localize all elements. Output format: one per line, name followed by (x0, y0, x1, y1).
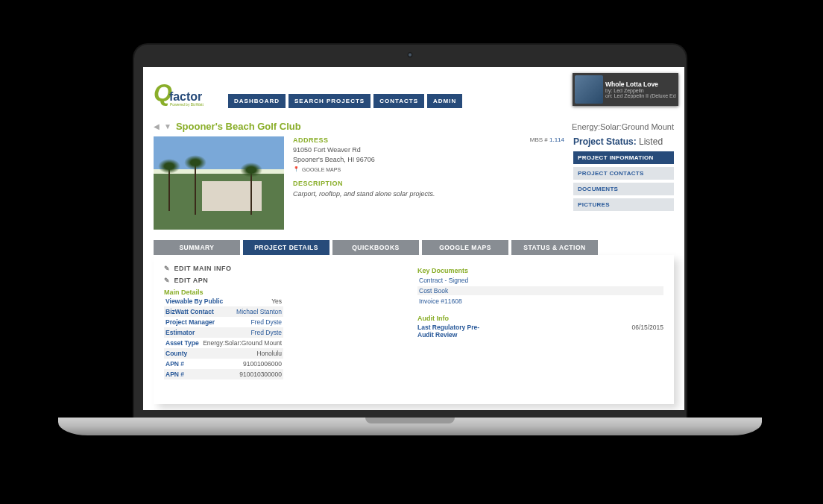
laptop-notch (365, 418, 455, 423)
doc-link[interactable]: Cost Book (417, 286, 663, 295)
doc-link[interactable]: Invoice #11608 (417, 297, 663, 306)
project-title: Spooner's Beach Golf Club (176, 121, 301, 132)
kv-key: County (165, 350, 187, 357)
mbs-number: MBS # 1.114 (530, 136, 564, 143)
kv-val-link[interactable]: Fred Dyste (250, 318, 282, 326)
project-info: MBS # 1.114 ADDRESS 91050 Fort Weaver Rd… (293, 136, 564, 230)
kv-key: BizWatt Contact (165, 308, 214, 315)
logo[interactable]: Qfactor Powered by BizWatt (154, 84, 213, 113)
kv-key: Viewable By Public (165, 297, 223, 305)
tab-status-action[interactable]: STATUS & ACTION (511, 240, 598, 255)
tab-summary[interactable]: SUMMARY (154, 240, 240, 255)
audit-row: Last Regulatory Pre-Audit Review 06/15/2… (417, 324, 663, 338)
description-heading: DESCRIPTION (293, 180, 564, 187)
audit-value: 06/15/2015 (631, 324, 663, 338)
app-screen: Welcome Fred D Qfactor Powered by BizWat… (143, 67, 684, 410)
kv-val-link[interactable]: Michael Stanton (236, 308, 282, 315)
kv-key: APN # (165, 360, 184, 368)
address-heading: ADDRESS (293, 136, 564, 144)
np-album: on: Led Zeppelin II (Deluxe Ed (605, 93, 678, 98)
key-documents-heading: Key Documents (417, 267, 663, 274)
kv-val: Energy:Solar:Ground Mount (203, 339, 282, 347)
edit-apn[interactable]: ✎ EDIT APN (164, 277, 388, 284)
side-documents[interactable]: DOCUMENTS (573, 183, 674, 195)
app-root: Welcome Fred D Qfactor Powered by BizWat… (143, 67, 684, 410)
nav-admin[interactable]: ADMIN (427, 94, 462, 108)
project-category: Energy:Solar:Ground Mount (572, 122, 674, 131)
main-details-table: Viewable By PublicYes BizWatt ContactMic… (164, 296, 283, 379)
kv-val: Yes (271, 297, 282, 305)
google-maps-link[interactable]: 📍 GOOGLE MAPS (293, 166, 564, 172)
tabs: SUMMARY PROJECT DETAILS QUICKBOOKS GOOGL… (154, 240, 674, 255)
map-pin-icon: 📍 (293, 166, 300, 172)
np-artist: by: Led Zeppelin (605, 88, 678, 93)
status-column: Project Status: Listed PROJECT INFORMATI… (573, 136, 674, 230)
main-details-heading: Main Details (164, 289, 388, 296)
panel-left: ✎ EDIT MAIN INFO ✎ EDIT APN Main Details… (164, 262, 388, 397)
audit-info-heading: Audit Info (417, 315, 663, 322)
laptop-camera (408, 52, 413, 57)
doc-link[interactable]: Contract - Signed (417, 276, 663, 285)
main-columns: MBS # 1.114 ADDRESS 91050 Fort Weaver Rd… (154, 136, 674, 230)
chevron-left-icon[interactable]: ◀ (154, 122, 160, 130)
project-photo (154, 136, 284, 230)
panel-right: Key Documents Contract - Signed Cost Boo… (417, 262, 663, 397)
audit-label: Last Regulatory Pre-Audit Review (417, 324, 485, 338)
album-art (575, 75, 603, 104)
address-line1: 91050 Fort Weaver Rd (293, 146, 564, 154)
kv-key: Asset Type (165, 339, 199, 347)
nav-search-projects[interactable]: SEARCH PROJECTS (288, 94, 370, 108)
side-pictures[interactable]: PICTURES (573, 198, 674, 211)
side-project-information[interactable]: PROJECT INFORMATION (573, 151, 674, 164)
description-text: Carport, rooftop, and stand alone solar … (293, 190, 564, 198)
edit-main-info[interactable]: ✎ EDIT MAIN INFO (164, 265, 388, 272)
laptop-base (58, 418, 762, 435)
side-project-contacts[interactable]: PROJECT CONTACTS (573, 167, 674, 180)
address-line2: Spooner's Beach, HI 96706 (293, 156, 564, 163)
kv-key: Estimator (165, 329, 195, 336)
tab-project-details[interactable]: PROJECT DETAILS (243, 240, 329, 255)
pencil-icon: ✎ (164, 265, 171, 272)
nav-contacts[interactable]: CONTACTS (373, 94, 424, 108)
logo-sub: Powered by BizWatt (170, 102, 213, 107)
np-title: Whole Lotta Love (605, 81, 678, 88)
breadcrumb-row: ◀ ▼ Spooner's Beach Golf Club Energy:Sol… (154, 121, 674, 132)
status-side-nav: PROJECT INFORMATION PROJECT CONTACTS DOC… (573, 151, 674, 211)
chevron-down-icon[interactable]: ▼ (164, 122, 171, 130)
tab-quickbooks[interactable]: QUICKBOOKS (332, 240, 419, 255)
kv-key: Project Manager (165, 318, 215, 326)
project-status: Project Status: Listed (573, 136, 674, 147)
kv-val-link[interactable]: Fred Dyste (250, 329, 282, 336)
navbar: DASHBOARD SEARCH PROJECTS CONTACTS ADMIN (228, 94, 462, 108)
kv-val: 910010300000 (239, 371, 282, 378)
kv-val: 91001006000 (243, 360, 282, 368)
nav-dashboard[interactable]: DASHBOARD (228, 94, 286, 108)
details-panel: ✎ EDIT MAIN INFO ✎ EDIT APN Main Details… (154, 255, 674, 404)
kv-val: Honolulu (256, 350, 282, 357)
tab-google-maps[interactable]: GOOGLE MAPS (422, 240, 508, 255)
pencil-icon: ✎ (164, 277, 171, 284)
kv-key: APN # (165, 371, 184, 378)
now-playing-widget[interactable]: Whole Lotta Love by: Led Zeppelin on: Le… (573, 73, 678, 106)
